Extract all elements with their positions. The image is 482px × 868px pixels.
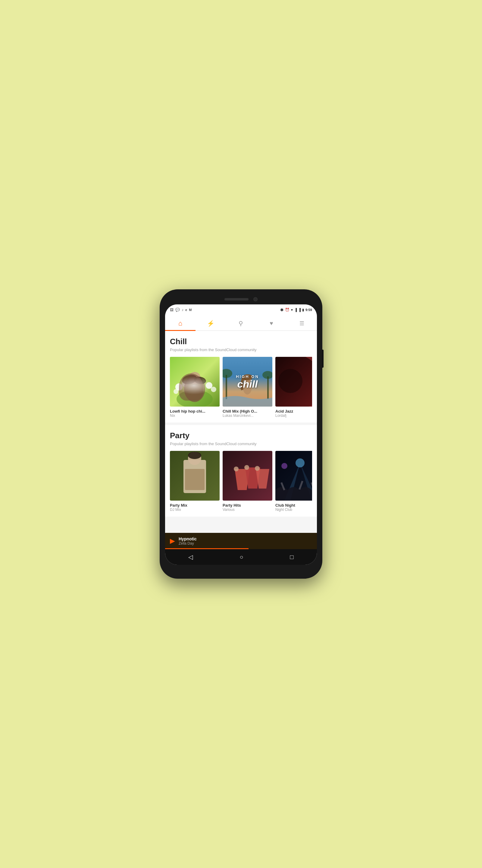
section-party: Party Popular playlists from the SoundCl… [165, 425, 317, 517]
android-back-button[interactable]: ◁ [188, 553, 193, 561]
svg-point-30 [234, 467, 238, 471]
svg-point-32 [255, 466, 260, 471]
playlist-party2[interactable]: Party Hits Various [223, 451, 272, 512]
music-notification-icon: ♪ [182, 308, 184, 312]
section-chill-title: Chill [170, 337, 312, 346]
mini-play-button[interactable]: ▶ [170, 537, 175, 545]
party3-svg [275, 451, 312, 501]
playlist-acid-jazz-name: Acid Jazz [275, 409, 312, 413]
playlist-thumb-acid-jazz [275, 357, 312, 407]
nav-bar: ⌂ ⚡ ⚲ ♥ ☰ [165, 315, 317, 331]
phone-device: 🖼 💬 ♪ e M ✱ ⏰ ▾ ▐ ▐ ▮ 9:59 ⌂ ⚡ [160, 289, 322, 579]
playlist-lowfi-name: Lowfi hip hop chi... [170, 409, 220, 413]
section-chill: Chill Popular playlists from the SoundCl… [165, 331, 317, 423]
playlist-lowfi-author: Nix [170, 413, 220, 418]
svg-point-24 [188, 452, 201, 459]
svg-point-3 [182, 381, 188, 387]
e-notification-icon: e [185, 308, 187, 312]
svg-rect-25 [185, 469, 204, 490]
status-left-icons: 🖼 💬 ♪ e M [170, 308, 192, 312]
home-icon: ⌂ [178, 319, 182, 327]
phone-top-bar [165, 295, 317, 304]
tab-search[interactable]: ⚲ [226, 315, 256, 330]
party1-svg [170, 451, 220, 501]
svg-point-8 [189, 372, 201, 384]
svg-point-31 [244, 465, 249, 470]
lightning-icon: ⚡ [207, 320, 215, 327]
signal-icon: ▐ [294, 308, 297, 312]
mini-player-info: Hypnotic Zella Day [179, 536, 312, 546]
battery-icon: ▮ [302, 308, 304, 312]
svg-point-7 [184, 375, 205, 402]
signal2-icon: ▐ [298, 308, 301, 312]
playlist-thumb-party1 [170, 451, 220, 501]
party2-svg [223, 451, 272, 501]
chill-playlist-row: Lowfi hip hop chi... Nix [170, 357, 312, 418]
tab-likes[interactable]: ♥ [256, 316, 287, 330]
m-notification-icon: M [189, 308, 192, 312]
svg-point-35 [281, 463, 287, 469]
section-chill-subtitle: Popular playlists from the SoundCloud co… [170, 347, 312, 352]
playlist-party1-author: DJ Mix [170, 507, 220, 512]
playlist-party3-name: Club Night [275, 503, 312, 507]
speaker-grill [224, 298, 249, 301]
playlist-chill-mix-name: Chill Mix (High O... [223, 409, 272, 413]
tab-menu[interactable]: ☰ [287, 316, 317, 330]
mini-player-track: Hypnotic [179, 536, 312, 541]
status-bar: 🖼 💬 ♪ e M ✱ ⏰ ▾ ▐ ▐ ▮ 9:59 [165, 304, 317, 315]
status-right-icons: ✱ ⏰ ▾ ▐ ▐ ▮ 9:59 [280, 308, 312, 312]
playlist-thumb-party3 [275, 451, 312, 501]
main-content: Chill Popular playlists from the SoundCl… [165, 331, 317, 533]
svg-rect-12 [226, 375, 227, 399]
playlist-party2-author: Various [223, 507, 272, 512]
volume-button [322, 350, 324, 368]
section-party-subtitle: Popular playlists from the SoundCloud co… [170, 441, 312, 446]
phone-screen: 🖼 💬 ♪ e M ✱ ⏰ ▾ ▐ ▐ ▮ 9:59 ⌂ ⚡ [165, 304, 317, 565]
mini-player[interactable]: ▶ Hypnotic Zella Day [165, 533, 317, 549]
svg-point-6 [211, 387, 216, 392]
front-camera [253, 297, 258, 301]
svg-point-1 [176, 390, 213, 407]
svg-point-4 [173, 389, 178, 394]
heart-icon: ♥ [269, 320, 273, 327]
mini-player-artist: Zella Day [179, 541, 312, 546]
image-notification-icon: 🖼 [170, 308, 173, 312]
wifi-icon: ▾ [291, 308, 293, 312]
hamburger-icon: ☰ [299, 320, 304, 327]
chill-mix-overlay-text: HIGH ON chill [236, 374, 259, 389]
playlist-chill-mix-author: Lukas Marcinkevi... [223, 413, 272, 418]
android-recent-button[interactable]: □ [290, 554, 293, 561]
android-home-button[interactable]: ○ [239, 554, 243, 561]
android-nav: ◁ ○ □ [165, 549, 317, 565]
playlist-party1-name: Party Mix [170, 503, 220, 507]
clock: 9:59 [306, 308, 312, 312]
playlist-party3[interactable]: Club Night Night Club [275, 451, 312, 512]
section-party-title: Party [170, 431, 312, 440]
alarm-icon: ⏰ [285, 308, 289, 312]
svg-rect-14 [267, 376, 269, 399]
svg-point-2 [175, 383, 183, 391]
lowfi-thumb-svg [170, 357, 220, 407]
playlist-thumb-chill-mix: HIGH ON chill [223, 357, 272, 407]
svg-point-10 [193, 376, 207, 385]
playlist-party3-author: Night Club [275, 507, 312, 512]
party-playlist-row: Party Mix DJ Mix [170, 451, 312, 512]
svg-point-20 [278, 369, 302, 393]
playlist-party2-name: Party Hits [223, 503, 272, 507]
search-icon: ⚲ [238, 320, 243, 327]
playlist-chill-mix[interactable]: HIGH ON chill Chill Mix (High O... Lukas… [223, 357, 272, 418]
playlist-party1[interactable]: Party Mix DJ Mix [170, 451, 220, 512]
playlist-acid-jazz[interactable]: Acid Jazz Lordafj [275, 357, 312, 418]
playlist-thumb-lowfi [170, 357, 220, 407]
tab-home[interactable]: ⌂ [165, 315, 195, 330]
acid-jazz-svg [275, 357, 312, 407]
bluetooth-icon: ✱ [280, 308, 284, 312]
playlist-thumb-party2 [223, 451, 272, 501]
whatsapp-icon: 💬 [175, 308, 180, 312]
playlist-lowfi[interactable]: Lowfi hip hop chi... Nix [170, 357, 220, 418]
chill-word-text: chill [236, 379, 259, 389]
tab-discover[interactable]: ⚡ [195, 315, 226, 330]
svg-point-5 [206, 382, 213, 389]
playlist-acid-jazz-author: Lordafj [275, 413, 312, 418]
